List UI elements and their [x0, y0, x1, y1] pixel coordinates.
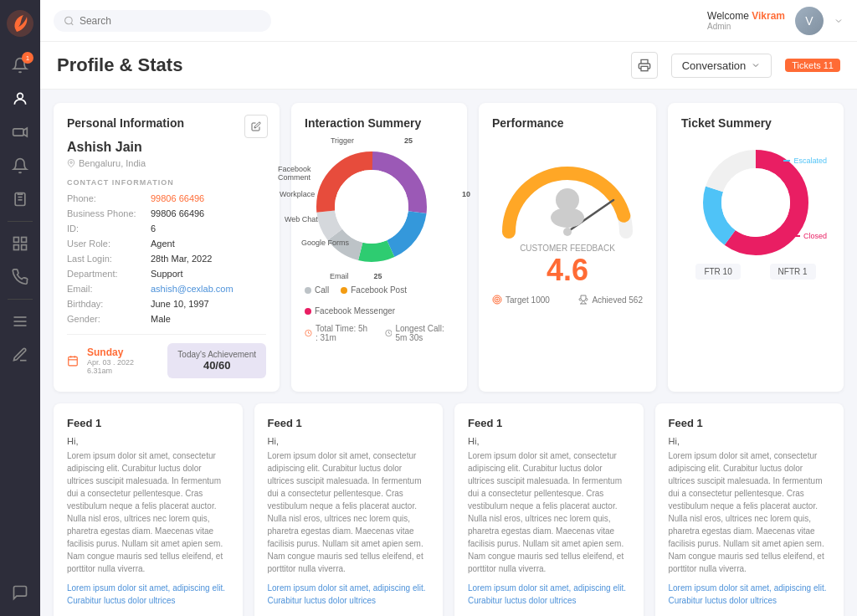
role-key: User Role:: [67, 239, 151, 249]
date-full: Apr. 03 . 2022: [87, 358, 134, 367]
achievement-label: Today's Achievement: [177, 350, 256, 359]
ticket-title: Ticket Summery: [681, 116, 830, 130]
sidebar-item-video[interactable]: [5, 117, 35, 147]
legend-label-facebook-messenger: Facebook Messenger: [315, 306, 395, 316]
feedback-score: 4.6: [547, 253, 588, 288]
feed-hi-1: Hi,: [67, 436, 229, 446]
info-row-birthday: Birthday: June 10, 1997: [67, 299, 266, 309]
location-icon: [67, 159, 75, 167]
email-value: ashish@cexlab.com: [151, 284, 233, 294]
perf-target: Target 1000: [492, 295, 550, 305]
feed-link-1: Lorem ipsum dolor sit amet, adipiscing e…: [67, 582, 229, 607]
svg-point-41: [721, 168, 790, 237]
feed-body-3: Lorem ipsum dolor sit amet, consectetur …: [468, 449, 630, 575]
chart-label-facebook-comment: FacebookComment: [278, 165, 311, 182]
gender-value: Male: [151, 314, 171, 324]
svg-rect-9: [14, 245, 19, 250]
sidebar-item-phone[interactable]: [5, 262, 35, 292]
gender-key: Gender:: [67, 314, 151, 324]
feed-card-4: Feed 1 Hi, Lorem ipsum dolor sit amet, c…: [655, 403, 844, 616]
sidebar-item-menu[interactable]: [5, 306, 35, 336]
search-input[interactable]: [80, 15, 261, 27]
feed-card-2: Feed 1 Hi, Lorem ipsum dolor sit amet, c…: [254, 403, 444, 616]
chart-label-workplace: Workplace: [280, 190, 315, 198]
info-row-dept: Department: Support: [67, 269, 266, 279]
sidebar-item-clipboard[interactable]: [5, 184, 35, 214]
feed-card-1: Feed 1 Hi, Lorem ipsum dolor sit amet, c…: [54, 403, 243, 616]
interaction-summary-card: Interaction Summery: [291, 103, 467, 392]
sidebar-notification[interactable]: 1: [5, 50, 35, 80]
email-key: Email:: [67, 284, 151, 294]
login-key: Last Login:: [67, 254, 151, 264]
page-header: Profile & Stats Conversation Tickets 11: [40, 42, 857, 90]
performance-stats: Target 1000 Achieved 562: [492, 295, 643, 305]
person-name: Ashish Jain: [67, 140, 266, 155]
chart-label-trigger: Trigger: [331, 136, 354, 145]
interaction-stats: Total Time: 5h : 31m Longest Call: 5m 30…: [305, 324, 454, 342]
dropdown-arrow-icon[interactable]: [834, 16, 844, 26]
svg-point-17: [70, 162, 73, 164]
svg-point-28: [335, 170, 408, 244]
date-time: 6.31am: [87, 367, 134, 375]
svg-marker-3: [23, 128, 27, 136]
search-box[interactable]: [54, 10, 271, 32]
performance-title: Performance: [492, 116, 643, 130]
main-content: Welcome Vikram Admin V Profile & Stats C…: [40, 0, 857, 616]
legend-dot-call: [305, 287, 311, 294]
topbar: Welcome Vikram Admin V: [40, 0, 857, 42]
svg-rect-7: [14, 238, 19, 243]
tickets-badge: Tickets 11: [785, 59, 840, 72]
legend-label-call: Call: [315, 285, 329, 295]
clock-icon-2: [385, 328, 393, 338]
sidebar-item-pen[interactable]: [5, 340, 35, 370]
feed-body-1: Lorem ipsum dolor sit amet, consectetur …: [67, 449, 229, 575]
svg-line-15: [71, 23, 73, 24]
sidebar-item-profile[interactable]: [5, 84, 35, 114]
chart-label-email: Email: [330, 272, 349, 280]
avatar-image: V: [795, 7, 824, 35]
legend-dot-facebook-messenger: [305, 308, 311, 315]
business-phone-value: 99806 66496: [151, 208, 204, 218]
print-button[interactable]: [631, 52, 658, 79]
feed-link-3: Lorem ipsum dolor sit amet, adipiscing e…: [468, 582, 630, 607]
svg-point-34: [551, 208, 584, 228]
dept-key: Department:: [67, 269, 151, 279]
info-row-login: Last Login: 28th Mar, 2022: [67, 254, 266, 264]
svg-rect-10: [22, 245, 27, 250]
info-row-email: Email: ashish@cexlab.com: [67, 284, 266, 294]
target-label: Target 1000: [505, 295, 550, 305]
content-area: Personal Information Ashish Jain Bengalu…: [40, 90, 857, 616]
feed-link-4: Lorem ipsum dolor sit amet, adipiscing e…: [669, 582, 831, 607]
feed-hi-2: Hi,: [268, 436, 430, 446]
app-logo[interactable]: [5, 8, 35, 38]
info-row-gender: Gender: Male: [67, 314, 266, 324]
login-value: 28th Mar, 2022: [151, 254, 212, 264]
nftr-label: NFTR 1: [778, 267, 808, 276]
person-location: Bengaluru, India: [67, 158, 266, 168]
legend-facebook-messenger: Facebook Messenger: [305, 306, 395, 316]
date-achievement-row: Sunday Apr. 03 . 2022 6.31am Today's Ach…: [67, 334, 266, 378]
conversation-chevron-icon: [751, 60, 761, 70]
feed-link-2: Lorem ipsum dolor sit amet, adipiscing e…: [268, 582, 430, 607]
date-box: Sunday Apr. 03 . 2022 6.31am: [87, 346, 134, 375]
conversation-button[interactable]: Conversation: [671, 54, 772, 78]
svg-point-1: [18, 93, 23, 99]
sidebar-item-grid[interactable]: [5, 228, 35, 259]
user-role: Admin: [707, 22, 785, 31]
svg-point-36: [495, 297, 500, 302]
edit-button[interactable]: [244, 115, 268, 138]
chart-label-25-bottom: 25: [374, 272, 382, 280]
info-row-phone: Phone: 99806 66496: [67, 193, 266, 203]
longest-call-label: Longest Call: 5m 30s: [395, 324, 454, 342]
perf-achieved: Achieved 562: [578, 295, 643, 305]
business-phone-key: Business Phone:: [67, 208, 151, 218]
id-value: 6: [151, 223, 156, 234]
trophy-icon: [578, 295, 588, 305]
svg-rect-18: [69, 357, 78, 366]
info-row-role: User Role: Agent: [67, 239, 266, 249]
customer-feedback-label: CUSTOMER FEEDBACK: [520, 244, 615, 253]
location-text: Bengaluru, India: [79, 158, 146, 168]
sidebar-item-bell[interactable]: [5, 151, 35, 181]
feed-cards-row: Feed 1 Hi, Lorem ipsum dolor sit amet, c…: [54, 403, 844, 616]
sidebar-item-chat[interactable]: [5, 578, 35, 608]
